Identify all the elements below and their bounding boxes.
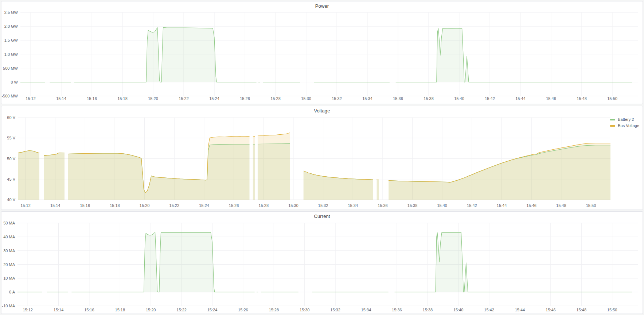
y-tick-label: 1.5 GW (4, 38, 18, 42)
series-area-bus-voltage (18, 151, 39, 200)
x-tick-label: 15:38 (407, 203, 418, 208)
x-tick-label: 15:32 (330, 308, 340, 312)
y-tick-label: -500 MW (1, 94, 18, 98)
x-tick-label: 15:24 (199, 203, 209, 208)
x-tick-label: 15:18 (117, 96, 128, 101)
series-area-current (71, 232, 254, 292)
x-tick-label: 15:34 (361, 308, 371, 312)
x-tick-label: 15:40 (454, 96, 464, 101)
x-tick-label: 15:46 (526, 203, 536, 208)
x-tick-label: 15:14 (54, 308, 64, 312)
x-tick-label: 15:46 (546, 96, 556, 101)
x-tick-label: 15:48 (576, 308, 586, 312)
legend-item-bus-voltage[interactable]: Bus Voltage (610, 123, 639, 128)
y-tick-label: 2.5 GW (4, 10, 18, 15)
y-tick-label: 55 V (7, 136, 15, 140)
series-area-power (74, 27, 257, 82)
series-area-power (396, 28, 632, 82)
x-tick-label: 15:12 (23, 308, 33, 312)
y-tick-label: 60 V (7, 115, 15, 120)
x-tick-label: 15:50 (586, 203, 596, 208)
panel-title-voltage[interactable]: Voltage (1, 108, 643, 114)
series-area-bus-voltage (44, 153, 65, 200)
x-tick-label: 15:42 (485, 96, 495, 101)
legend-swatch-battery-2 (610, 119, 615, 120)
series-areas (18, 133, 610, 200)
series-areas (17, 232, 632, 292)
x-tick-label: 15:12 (20, 203, 31, 208)
series-area-bus-voltage (68, 136, 249, 200)
legend-swatch-bus-voltage (610, 125, 615, 127)
x-tick-label: 15:30 (300, 308, 310, 312)
y-tick-label: 0 A (9, 290, 15, 294)
gridlines (17, 223, 638, 306)
x-tick-label: 15:22 (169, 203, 180, 208)
x-tick-label: 15:30 (301, 96, 311, 101)
x-tick-label: 15:24 (209, 96, 219, 101)
x-tick-label: 15:20 (148, 96, 158, 101)
x-tick-label: 15:26 (240, 96, 250, 101)
x-tick-label: 15:32 (332, 96, 342, 101)
x-tick-label: 15:34 (362, 96, 372, 101)
x-tick-label: 15:42 (467, 203, 477, 208)
x-tick-label: 15:22 (179, 96, 189, 101)
y-tick-label: 1.0 GW (4, 52, 18, 57)
y-tick-label: 40 MA (3, 235, 15, 239)
x-tick-label: 15:24 (207, 308, 218, 312)
series-area-bus-voltage (304, 171, 373, 200)
x-tick-label: 15:40 (437, 203, 447, 208)
x-tick-label: 15:16 (80, 203, 90, 208)
series-area-bus-voltage (253, 136, 255, 200)
x-tick-label: 15:48 (577, 96, 587, 101)
x-tick-label: 15:26 (229, 203, 239, 208)
x-tick-label: 15:38 (423, 308, 433, 312)
x-tick-label: 15:18 (115, 308, 125, 312)
series-lines (20, 27, 632, 82)
current-chart-plot[interactable]: 50 MA40 MA30 MA20 MA10 MA0 A-10 MA15:121… (1, 212, 643, 314)
y-tick-label: 2.0 GW (4, 24, 18, 28)
series-line-bus-voltage (253, 136, 255, 137)
x-tick-label: 15:28 (269, 308, 279, 312)
x-tick-label: 15:50 (607, 308, 617, 312)
x-tick-label: 15:32 (318, 203, 328, 208)
x-tick-label: 15:48 (556, 203, 566, 208)
x-tick-label: 15:20 (140, 203, 150, 208)
x-tick-label: 15:40 (453, 308, 464, 312)
x-tick-label: 15:50 (607, 96, 617, 101)
y-tick-label: 20 MA (3, 262, 15, 267)
x-tick-label: 15:18 (110, 203, 120, 208)
legend-label-bus-voltage: Bus Voltage (618, 123, 639, 128)
y-tick-label: 30 MA (3, 249, 15, 253)
series-line-current (395, 233, 632, 292)
x-tick-label: 15:44 (515, 308, 525, 312)
panel-power: Power 2.5 GW2.0 GW1.5 GW1.0 GW500 MW0 W-… (1, 1, 643, 104)
series-areas (20, 27, 632, 82)
y-tick-label: 40 V (7, 197, 15, 202)
gridlines (20, 12, 638, 96)
panel-voltage: Voltage 60 V55 V50 V45 V40 V15:1215:1415… (1, 106, 643, 210)
x-tick-label: 15:14 (50, 203, 61, 208)
voltage-chart-plot[interactable]: 60 V55 V50 V45 V40 V15:1215:1415:1615:18… (1, 106, 643, 210)
series-area-bus-voltage (389, 143, 610, 200)
legend-label-battery-2: Battery 2 (618, 117, 634, 122)
x-tick-label: 15:16 (84, 308, 94, 312)
series-lines (17, 232, 632, 292)
series-line-power (396, 28, 632, 82)
x-tick-label: 15:44 (497, 203, 507, 208)
x-tick-label: 15:36 (393, 96, 403, 101)
x-tick-label: 15:28 (270, 96, 281, 101)
x-tick-label: 15:42 (484, 308, 494, 312)
x-tick-label: 15:12 (26, 96, 36, 101)
power-chart-plot[interactable]: 2.5 GW2.0 GW1.5 GW1.0 GW500 MW0 W-500 MW… (1, 1, 643, 104)
legend-item-battery-2[interactable]: Battery 2 (610, 117, 639, 122)
x-tick-label: 15:44 (515, 96, 526, 101)
y-tick-label: 50 V (7, 157, 15, 161)
panel-title-power[interactable]: Power (1, 3, 643, 9)
x-tick-label: 15:14 (56, 96, 66, 101)
x-tick-label: 15:36 (378, 203, 388, 208)
x-tick-label: 15:30 (288, 203, 298, 208)
x-tick-label: 15:20 (146, 308, 156, 312)
voltage-legend: Battery 2 Bus Voltage (610, 117, 639, 130)
axis-labels: 2.5 GW2.0 GW1.5 GW1.0 GW500 MW0 W-500 MW… (1, 10, 617, 101)
panel-title-current[interactable]: Current (1, 214, 643, 219)
